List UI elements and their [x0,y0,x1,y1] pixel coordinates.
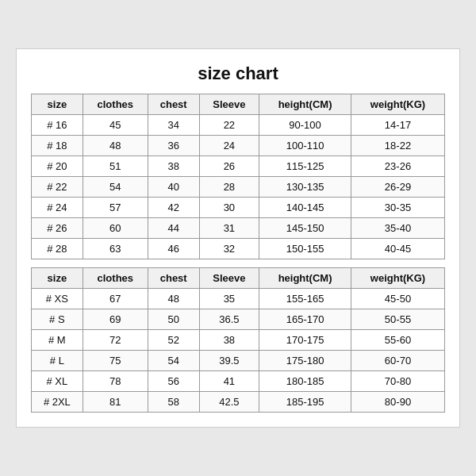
table-cell: # S [32,309,83,330]
table-cell: # 20 [32,156,83,177]
table-cell: 31 [199,218,259,239]
table-cell: 67 [83,289,148,309]
table-cell: 90-100 [259,115,351,136]
table-cell: 81 [83,392,148,413]
table-cell: 46 [148,239,199,259]
table-cell: 28 [199,177,259,198]
table-row: # 28634632150-15540-45 [32,239,445,259]
table-row: # M725238170-17555-60 [32,330,445,351]
table-cell: 30-35 [351,198,444,218]
table-cell: 145-150 [259,218,351,239]
column-header: size [32,94,83,115]
table-cell: 34 [148,115,199,136]
table-cell: # XL [32,371,83,392]
table-cell: 42 [148,198,199,218]
table-cell: 69 [83,309,148,330]
table-cell: 35 [199,289,259,309]
table-cell: 115-125 [259,156,351,177]
table-cell: 150-155 [259,239,351,259]
table-cell: # 24 [32,198,83,218]
table-cell: 165-170 [259,309,351,330]
table-cell: 45-50 [351,289,444,309]
column-header: clothes [83,268,148,289]
table-cell: 22 [199,115,259,136]
table-cell: 100-110 [259,136,351,156]
table-cell: 38 [148,156,199,177]
table-cell: # 2XL [32,392,83,413]
table-cell: 60 [83,218,148,239]
table-cell: # 22 [32,177,83,198]
table-cell: 175-180 [259,351,351,371]
table1-header-row: sizeclotheschestSleeveheight(CM)weight(K… [32,94,445,115]
table-cell: # 18 [32,136,83,156]
column-header: Sleeve [199,94,259,115]
table-row: # 1645342290-10014-17 [32,115,445,136]
table-cell: 185-195 [259,392,351,413]
table-cell: 78 [83,371,148,392]
column-header: height(CM) [259,268,351,289]
table-row: # 24574230140-14530-35 [32,198,445,218]
column-header: height(CM) [259,94,351,115]
size-table-children: sizeclotheschestSleeveheight(CM)weight(K… [31,94,445,413]
table-row: # 20513826115-12523-26 [32,156,445,177]
table-cell: # 28 [32,239,83,259]
table-cell: # M [32,330,83,351]
column-header: size [32,268,83,289]
table-cell: 41 [199,371,259,392]
table-cell: 54 [148,351,199,371]
table-cell: 72 [83,330,148,351]
column-header: weight(KG) [351,268,444,289]
table-cell: 50 [148,309,199,330]
table-cell: 18-22 [351,136,444,156]
table-cell: 26-29 [351,177,444,198]
column-header: chest [148,268,199,289]
table-cell: 130-135 [259,177,351,198]
table-cell: 63 [83,239,148,259]
table-cell: # XS [32,289,83,309]
table-cell: 23-26 [351,156,444,177]
table-row: # 18483624100-11018-22 [32,136,445,156]
table-cell: 48 [148,289,199,309]
table-cell: 57 [83,198,148,218]
table-cell: 42.5 [199,392,259,413]
table-cell: # L [32,351,83,371]
table-cell: 26 [199,156,259,177]
table-cell: 24 [199,136,259,156]
table-cell: 54 [83,177,148,198]
column-header: clothes [83,94,148,115]
table-spacer [32,259,445,268]
size-chart-card: size chart sizeclotheschestSleeveheight(… [16,48,460,428]
table-cell: 80-90 [351,392,444,413]
table-cell: 48 [83,136,148,156]
table-cell: 36.5 [199,309,259,330]
table-cell: 180-185 [259,371,351,392]
table-cell: # 26 [32,218,83,239]
table-cell: 45 [83,115,148,136]
table-cell: 40-45 [351,239,444,259]
table-row: # 2XL815842.5185-19580-90 [32,392,445,413]
table-cell: 50-55 [351,309,444,330]
column-header: weight(KG) [351,94,444,115]
table-row: # XL785641180-18570-80 [32,371,445,392]
column-header: chest [148,94,199,115]
table-cell: 58 [148,392,199,413]
table-row: # S695036.5165-17050-55 [32,309,445,330]
chart-title: size chart [31,63,445,84]
table-cell: 38 [199,330,259,351]
table-cell: 14-17 [351,115,444,136]
table-cell: 36 [148,136,199,156]
table-cell: 52 [148,330,199,351]
column-header: Sleeve [199,268,259,289]
table-cell: 44 [148,218,199,239]
table-cell: 39.5 [199,351,259,371]
table-cell: 75 [83,351,148,371]
table-cell: 32 [199,239,259,259]
table-cell: 51 [83,156,148,177]
table-cell: 40 [148,177,199,198]
table-cell: 55-60 [351,330,444,351]
table2-header-row: sizeclotheschestSleeveheight(CM)weight(K… [32,268,445,289]
table-row: # 26604431145-15035-40 [32,218,445,239]
table-row: # L755439.5175-18060-70 [32,351,445,371]
table-cell: 170-175 [259,330,351,351]
table-cell: 56 [148,371,199,392]
